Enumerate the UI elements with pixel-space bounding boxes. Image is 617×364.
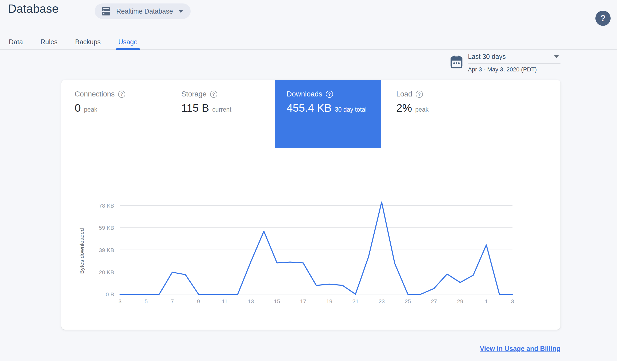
svg-text:3: 3	[118, 298, 122, 304]
date-range-detail: Apr 3 - May 3, 2020 (PDT)	[468, 66, 560, 73]
bytes-downloaded-chart: 0 B20 KB39 KB59 KB78 KB35791113151719212…	[77, 195, 525, 312]
tab-usage[interactable]: Usage	[118, 35, 138, 49]
svg-text:7: 7	[171, 298, 174, 304]
metric-load[interactable]: Load ? 2% peak	[396, 90, 428, 114]
page-title: Database	[8, 2, 59, 15]
metric-value: 2%	[396, 102, 412, 114]
tab-data[interactable]: Data	[9, 35, 23, 49]
svg-text:17: 17	[300, 298, 306, 304]
svg-text:39 KB: 39 KB	[99, 247, 114, 253]
metric-unit: peak	[84, 106, 97, 113]
help-icon[interactable]: ?	[326, 91, 333, 98]
metric-label: Load	[396, 90, 412, 98]
database-selector-dropdown[interactable]: Realtime Database	[95, 3, 191, 19]
svg-text:13: 13	[248, 298, 254, 304]
svg-text:59 KB: 59 KB	[99, 225, 114, 231]
database-icon	[101, 6, 111, 16]
bottom-strip	[0, 361, 617, 364]
question-mark-icon: ?	[600, 13, 606, 23]
svg-text:0 B: 0 B	[106, 291, 114, 297]
svg-text:23: 23	[379, 298, 385, 304]
date-range-label: Last 30 days	[468, 53, 506, 60]
svg-text:20 KB: 20 KB	[99, 269, 114, 275]
tab-bar: Data Rules Backups Usage	[0, 35, 617, 50]
metric-label: Connections	[75, 90, 115, 98]
metric-label: Downloads	[287, 90, 322, 98]
metric-unit: 30 day total	[335, 106, 367, 113]
date-range-selector[interactable]: Last 30 days Apr 3 - May 3, 2020 (PDT)	[450, 53, 560, 73]
svg-text:15: 15	[274, 298, 280, 304]
svg-text:78 KB: 78 KB	[99, 203, 114, 209]
svg-text:5: 5	[145, 298, 148, 304]
svg-text:1: 1	[485, 298, 488, 304]
svg-text:25: 25	[405, 298, 411, 304]
help-icon[interactable]: ?	[210, 91, 217, 98]
metric-value: 115 B	[181, 102, 209, 114]
help-icon[interactable]: ?	[118, 91, 125, 98]
svg-text:21: 21	[352, 298, 359, 304]
metric-value: 455.4 KB	[287, 102, 332, 114]
metric-unit: peak	[415, 106, 428, 113]
svg-text:11: 11	[222, 298, 228, 304]
metric-connections[interactable]: Connections ? 0 peak	[75, 90, 125, 114]
chevron-down-icon	[554, 55, 559, 58]
metric-unit: current	[212, 106, 231, 113]
tab-backups[interactable]: Backups	[75, 35, 101, 49]
tab-rules[interactable]: Rules	[41, 35, 58, 49]
metric-label: Storage	[181, 90, 207, 98]
database-selector-label: Realtime Database	[116, 7, 173, 15]
metric-storage[interactable]: Storage ? 115 B current	[181, 90, 231, 114]
svg-text:29: 29	[457, 298, 463, 304]
svg-text:27: 27	[431, 298, 437, 304]
help-button[interactable]: ?	[595, 11, 611, 26]
view-usage-billing-link[interactable]: View in Usage and Billing	[480, 345, 560, 353]
metric-value: 0	[75, 102, 81, 114]
svg-text:3: 3	[511, 298, 514, 304]
chevron-down-icon	[178, 10, 183, 13]
help-icon[interactable]: ?	[416, 91, 423, 98]
metric-downloads-selected[interactable]: Downloads ? 455.4 KB 30 day total	[275, 80, 381, 148]
svg-text:9: 9	[197, 298, 200, 304]
svg-text:Bytes downloaded: Bytes downloaded	[79, 228, 85, 274]
svg-text:19: 19	[326, 298, 332, 304]
calendar-icon	[450, 55, 463, 69]
